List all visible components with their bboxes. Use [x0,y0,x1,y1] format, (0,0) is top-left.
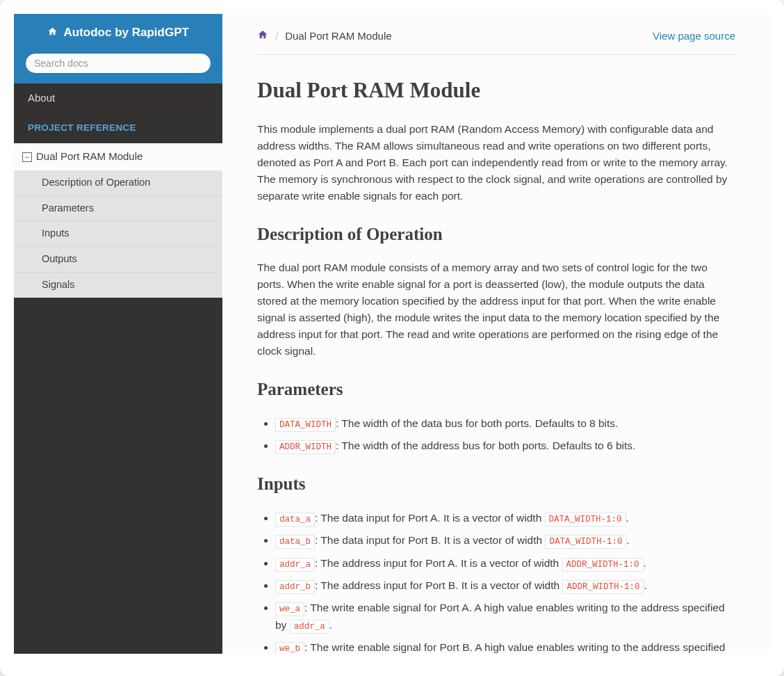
param-desc: : The width of the data bus for both por… [336,417,618,429]
list-item: DATA_WIDTH: The width of the data bus fo… [275,415,735,432]
sidebar-subitem-description[interactable]: Description of Operation [14,170,222,195]
content: / Dual Port RAM Module View page source … [222,14,770,654]
sidebar-header[interactable]: Autodoc by RapidGPT [14,14,222,53]
input-desc-pre: : The data input for Port A. It is a vec… [315,512,545,524]
breadcrumb: / Dual Port RAM Module View page source [257,28,735,55]
breadcrumb-current: Dual Port RAM Module [285,29,391,45]
sidebar-title: Autodoc by RapidGPT [64,26,189,39]
sidebar-item-dual-port-ram[interactable]: − Dual Port RAM Module [14,143,222,170]
list-item: addr_b: The address input for Port B. It… [275,577,735,594]
sidebar-current-label: Dual Port RAM Module [36,149,142,165]
input-desc-pre: : The write enable signal for Port A. A … [275,602,725,630]
input-desc-pre: : The address input for Port A. It is a … [315,557,562,569]
code-literal: DATA_WIDTH-1:0 [545,535,626,549]
code-literal: addr_b [275,580,315,594]
sidebar: Autodoc by RapidGPT About PROJECT REFERE… [14,14,222,654]
sidebar-caption-project-reference: PROJECT REFERENCE [14,113,222,143]
search-wrap [14,53,222,83]
input-desc-post: . [626,534,629,546]
code-literal: ADDR_WIDTH-1:0 [562,558,644,572]
input-desc-post: . [329,619,332,631]
input-desc-post: . [644,557,646,569]
parameters-list: DATA_WIDTH: The width of the data bus fo… [275,415,735,455]
code-literal: addr_a [290,620,329,634]
inputs-list: data_a: The data input for Port A. It is… [275,510,735,654]
home-icon[interactable] [257,28,268,45]
code-literal: DATA_WIDTH [275,418,336,432]
home-icon [47,24,58,41]
minus-icon[interactable]: − [22,152,32,162]
list-item: ADDR_WIDTH: The width of the address bus… [275,437,735,454]
breadcrumb-separator: / [275,29,278,45]
sidebar-subitem-parameters[interactable]: Parameters [14,195,222,221]
page-title: Dual Port RAM Module [257,74,735,107]
code-literal: ADDR_WIDTH [275,440,336,454]
view-page-source-link[interactable]: View page source [653,29,735,45]
list-item: we_b: The write enable signal for Port B… [275,639,735,654]
description-body: The dual port RAM module consists of a m… [257,259,735,360]
input-desc-pre: : The data input for Port B. It is a vec… [315,534,545,546]
sidebar-item-about[interactable]: About [14,83,222,113]
code-literal: DATA_WIDTH-1:0 [545,513,626,526]
search-input[interactable] [25,53,211,74]
input-desc-pre: : The address input for Port B. It is a … [315,579,562,591]
intro-paragraph: This module implements a dual port RAM (… [257,121,735,204]
input-desc-post: . [626,512,629,524]
code-literal: data_b [275,535,315,549]
list-item: addr_a: The address input for Port A. It… [275,555,735,572]
code-literal: we_b [275,642,304,654]
param-desc: : The width of the address bus for both … [336,440,635,451]
code-literal: data_a [275,513,315,526]
code-literal: we_a [275,602,304,616]
heading-inputs: Inputs [257,471,735,497]
list-item: data_a: The data input for Port A. It is… [275,510,735,526]
heading-parameters: Parameters [257,376,735,403]
sidebar-subitem-signals[interactable]: Signals [14,272,222,298]
sidebar-sublist: Description of Operation Parameters Inpu… [14,170,222,298]
breadcrumb-left: / Dual Port RAM Module [257,28,392,45]
sidebar-nav: About PROJECT REFERENCE − Dual Port RAM … [14,83,222,298]
heading-description: Description of Operation [257,221,735,248]
sidebar-subitem-inputs[interactable]: Inputs [14,220,222,246]
input-desc-post: . [644,579,646,591]
code-literal: ADDR_WIDTH-1:0 [562,580,644,594]
code-literal: addr_a [275,558,315,572]
sidebar-subitem-outputs[interactable]: Outputs [14,246,222,272]
list-item: data_b: The data input for Port B. It is… [275,532,735,549]
input-desc-pre: : The write enable signal for Port B. A … [275,641,725,654]
list-item: we_a: The write enable signal for Port A… [275,599,735,634]
